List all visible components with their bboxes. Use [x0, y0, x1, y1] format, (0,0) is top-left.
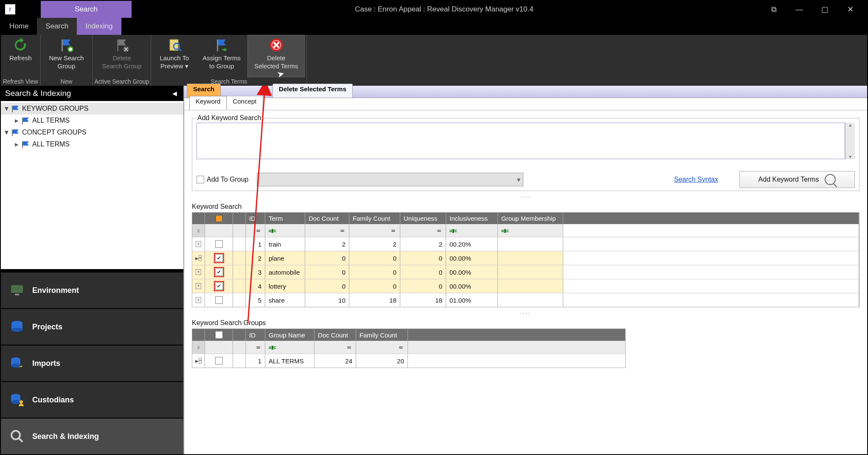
col-inclusiveness[interactable]: Inclusiveness [446, 213, 498, 224]
col-id[interactable]: ID [246, 329, 265, 341]
table-row[interactable]: +1train22200.20% [192, 237, 859, 251]
ribbon-assign-terms-button[interactable]: Assign Termsto Group [196, 35, 247, 77]
menu-search[interactable]: Search [37, 18, 77, 35]
nav-environment[interactable]: Environment [1, 272, 183, 308]
table-row[interactable]: +3automobile00000.00% [192, 265, 859, 279]
database-icon [9, 319, 25, 334]
row-checkbox[interactable] [215, 240, 223, 248]
splitter-icon[interactable]: .... [184, 309, 867, 316]
ribbon-refresh-button[interactable]: Refresh [3, 35, 39, 77]
nav-search-indexing[interactable]: Search & Indexing [1, 418, 183, 454]
filter-row[interactable]: ♀ ＝ a▮c ＝ ＝ ＝ a▮c a▮c [192, 224, 859, 237]
cell-term: automobile [265, 265, 305, 279]
search-syntax-link[interactable]: Search Syntax [674, 176, 718, 183]
cell-inclusiveness: 00.00% [446, 251, 498, 265]
table-row[interactable]: +2plane00000.00% [192, 251, 859, 265]
cell-family-count: 2 [349, 237, 400, 251]
cell-group-membership [498, 265, 563, 279]
table-row[interactable]: +5share10181801.00% [192, 293, 859, 307]
table-row[interactable]: +1ALL TERMS2420 [192, 354, 625, 368]
svg-point-25 [20, 400, 23, 404]
tree-concept-groups[interactable]: ⯆ CONCEPT GROUPS [1, 126, 183, 138]
keyword-search-groups-title: Keyword Search Groups [192, 319, 860, 327]
delete-x-icon [269, 37, 284, 53]
svg-rect-14 [11, 285, 23, 293]
row-expand-icon[interactable]: + [199, 358, 202, 364]
col-doc-count[interactable]: Doc Count [315, 329, 356, 341]
row-checkbox[interactable] [215, 296, 223, 304]
row-checkbox[interactable] [215, 282, 223, 290]
window-close-icon[interactable]: ✕ [846, 5, 854, 14]
tree-expand-icon[interactable]: ▶ [14, 118, 20, 124]
keyword-search-textarea[interactable] [197, 123, 845, 159]
titlebar-tab-search[interactable]: Search [41, 1, 132, 18]
cell-id: 2 [246, 251, 265, 265]
filter-row[interactable]: ♀ ＝ a▮c ＝ ＝ [192, 341, 625, 354]
row-expand-icon[interactable]: + [196, 297, 201, 303]
row-checkbox[interactable] [215, 357, 223, 365]
sidebar-nav: Environment Projects Imports Custodians … [1, 272, 183, 454]
scrollbar[interactable]: ▲▼ [845, 123, 855, 159]
nav-custodians[interactable]: Custodians [1, 381, 183, 418]
menu-indexing[interactable]: Indexing [77, 18, 121, 35]
tree-keyword-groups[interactable]: ⯆ KEYWORD GROUPS [1, 103, 183, 115]
tree-collapse-icon[interactable]: ⯆ [3, 106, 9, 111]
row-expand-icon[interactable]: + [196, 283, 201, 289]
flag-arrow-icon [214, 37, 229, 53]
menu-home[interactable]: Home [1, 18, 37, 35]
row-expand-icon[interactable]: + [196, 241, 201, 247]
main-menu: Home Search Indexing [1, 18, 867, 35]
cell-doc-count: 0 [305, 265, 349, 279]
window-restore-icon[interactable]: ⧉ [770, 5, 778, 14]
cell-group-membership [498, 279, 563, 293]
nav-imports[interactable]: Imports [1, 345, 183, 381]
document-magnifier-icon [167, 37, 182, 53]
col-select-all[interactable] [205, 213, 233, 224]
sidebar-header: Search & Indexing ◀ [1, 86, 183, 101]
subtab-keyword[interactable]: Keyword [189, 96, 227, 110]
col-group-name[interactable]: Group Name [265, 329, 315, 341]
svg-rect-2 [117, 39, 118, 51]
tree-expand-icon[interactable]: ▶ [14, 142, 20, 147]
row-expand-icon[interactable]: + [196, 269, 201, 275]
cell-group-membership [498, 293, 563, 307]
tree-keyword-all-terms[interactable]: ▶ ALL TERMS [1, 115, 183, 126]
col-group-membership[interactable]: Group Membership [498, 213, 563, 224]
cell-term: share [265, 293, 305, 307]
table-row[interactable]: +4lottery00000.00% [192, 279, 859, 293]
tree-collapse-icon[interactable]: ⯆ [3, 130, 9, 135]
col-family-count[interactable]: Family Count [349, 213, 400, 224]
group-select[interactable]: ▾ [257, 173, 523, 186]
row-expand-icon[interactable]: + [199, 255, 202, 261]
cell-inclusiveness: 00.20% [446, 237, 498, 251]
svg-rect-13 [22, 141, 23, 148]
col-id[interactable]: ID [246, 213, 265, 224]
col-term[interactable]: Term [265, 213, 305, 224]
ribbon: Refresh Refresh View New SearchGroup New… [1, 35, 867, 86]
window-maximize-icon[interactable]: ▢ [820, 5, 829, 14]
subtab-concept[interactable]: Concept [226, 96, 263, 110]
row-checkbox[interactable] [215, 268, 223, 276]
row-checkbox[interactable] [215, 254, 223, 262]
cell-id: 1 [246, 237, 265, 251]
cell-inclusiveness: 00.00% [446, 279, 498, 293]
col-uniqueness[interactable]: Uniqueness [400, 213, 446, 224]
col-select-all[interactable] [205, 329, 233, 341]
add-keyword-terms-button[interactable]: Add Keyword Terms [739, 171, 855, 188]
sidebar-title: Search & Indexing [5, 89, 71, 98]
col-family-count[interactable]: Family Count [356, 329, 408, 341]
nav-projects[interactable]: Projects [1, 308, 183, 345]
window-minimize-icon[interactable]: — [795, 5, 803, 14]
flag-icon [11, 105, 20, 112]
tree-concept-all-terms[interactable]: ▶ ALL TERMS [1, 138, 183, 150]
cell-doc-count: 24 [315, 354, 356, 368]
keyword-search-title: Keyword Search [192, 203, 860, 211]
add-to-group-checkbox[interactable]: Add To Group [197, 176, 248, 183]
ribbon-new-search-group-button[interactable]: New SearchGroup [42, 35, 91, 77]
col-doc-count[interactable]: Doc Count [305, 213, 349, 224]
splitter-icon[interactable]: .... [184, 193, 867, 199]
monitor-icon [9, 283, 25, 298]
tab-delete-selected-terms[interactable]: Delete Selected Terms [272, 84, 353, 98]
sidebar-collapse-icon[interactable]: ◀ [172, 90, 179, 97]
ribbon-launch-to-preview-button[interactable]: Launch ToPreview ▾ [153, 35, 196, 77]
